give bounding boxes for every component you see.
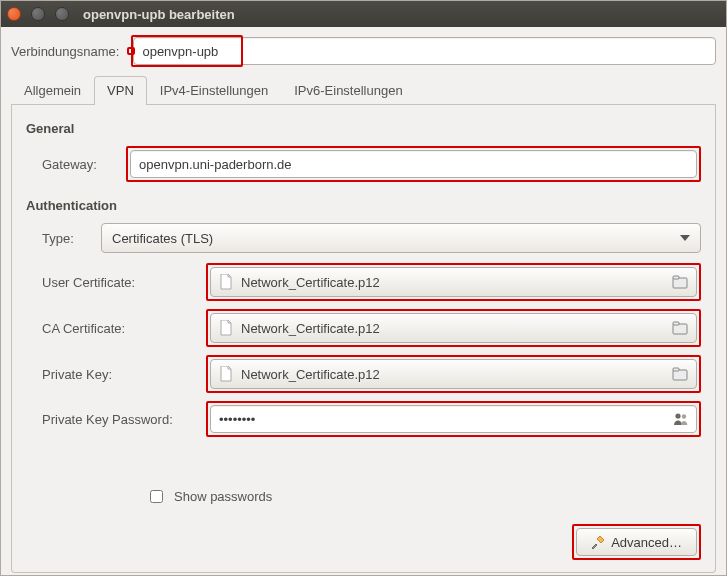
chevron-down-icon	[680, 235, 690, 241]
highlight-advanced: Advanced…	[572, 524, 701, 560]
show-passwords-label: Show passwords	[174, 489, 272, 504]
users-icon[interactable]	[673, 412, 689, 426]
ca-cert-label: CA Certificate:	[34, 321, 194, 336]
svg-point-7	[682, 414, 686, 418]
maximize-window-button[interactable]	[55, 7, 69, 21]
close-window-button[interactable]	[7, 7, 21, 21]
window-title: openvpn-upb bearbeiten	[83, 7, 235, 22]
section-auth-title: Authentication	[26, 198, 701, 213]
user-cert-label: User Certificate:	[34, 275, 194, 290]
titlebar: openvpn-upb bearbeiten	[1, 1, 726, 27]
open-folder-icon	[672, 367, 688, 381]
gateway-input[interactable]	[130, 150, 697, 178]
section-general-title: General	[26, 121, 701, 136]
highlight-priv-key-pw	[206, 401, 701, 437]
priv-key-pw-label: Private Key Password:	[34, 412, 194, 427]
tab-ipv6[interactable]: IPv6-Einstellungen	[281, 76, 415, 105]
file-icon	[219, 274, 233, 290]
file-icon	[219, 366, 233, 382]
priv-key-password-input[interactable]	[210, 405, 697, 433]
user-cert-filename: Network_Certificate.p12	[241, 275, 380, 290]
tools-icon	[591, 535, 605, 549]
auth-type-label: Type:	[34, 231, 89, 246]
highlight-priv-key: Network_Certificate.p12	[206, 355, 701, 393]
open-folder-icon	[672, 275, 688, 289]
open-folder-icon	[672, 321, 688, 335]
minimize-window-button[interactable]	[31, 7, 45, 21]
priv-key-filename: Network_Certificate.p12	[241, 367, 380, 382]
connection-name-label: Verbindungsname:	[11, 44, 119, 59]
show-passwords-checkbox[interactable]	[150, 490, 163, 503]
highlight-user-cert: Network_Certificate.p12	[206, 263, 701, 301]
connection-name-input[interactable]	[133, 37, 716, 65]
svg-point-6	[675, 413, 680, 418]
tabs: Allgemein VPN IPv4-Einstellungen IPv6-Ei…	[11, 75, 716, 105]
content-area: Verbindungsname: Allgemein VPN IPv4-Eins…	[1, 27, 726, 576]
advanced-button[interactable]: Advanced…	[576, 528, 697, 556]
svg-rect-3	[673, 322, 679, 325]
auth-type-select[interactable]: Certificates (TLS)	[101, 223, 701, 253]
tab-ipv4[interactable]: IPv4-Einstellungen	[147, 76, 281, 105]
svg-rect-5	[673, 368, 679, 371]
highlight-ca-cert: Network_Certificate.p12	[206, 309, 701, 347]
file-icon	[219, 320, 233, 336]
advanced-button-label: Advanced…	[611, 535, 682, 550]
tab-pane-vpn: General Gateway: Authentication Type: Ce…	[11, 105, 716, 573]
priv-key-label: Private Key:	[34, 367, 194, 382]
tab-allgemein[interactable]: Allgemein	[11, 76, 94, 105]
gateway-label: Gateway:	[34, 157, 114, 172]
ca-cert-file-button[interactable]: Network_Certificate.p12	[210, 313, 697, 343]
user-cert-file-button[interactable]: Network_Certificate.p12	[210, 267, 697, 297]
ca-cert-filename: Network_Certificate.p12	[241, 321, 380, 336]
auth-type-value: Certificates (TLS)	[112, 231, 213, 246]
priv-key-file-button[interactable]: Network_Certificate.p12	[210, 359, 697, 389]
svg-rect-1	[673, 276, 679, 279]
highlight-gateway	[126, 146, 701, 182]
tab-vpn[interactable]: VPN	[94, 76, 147, 105]
connection-name-row: Verbindungsname:	[11, 37, 716, 65]
